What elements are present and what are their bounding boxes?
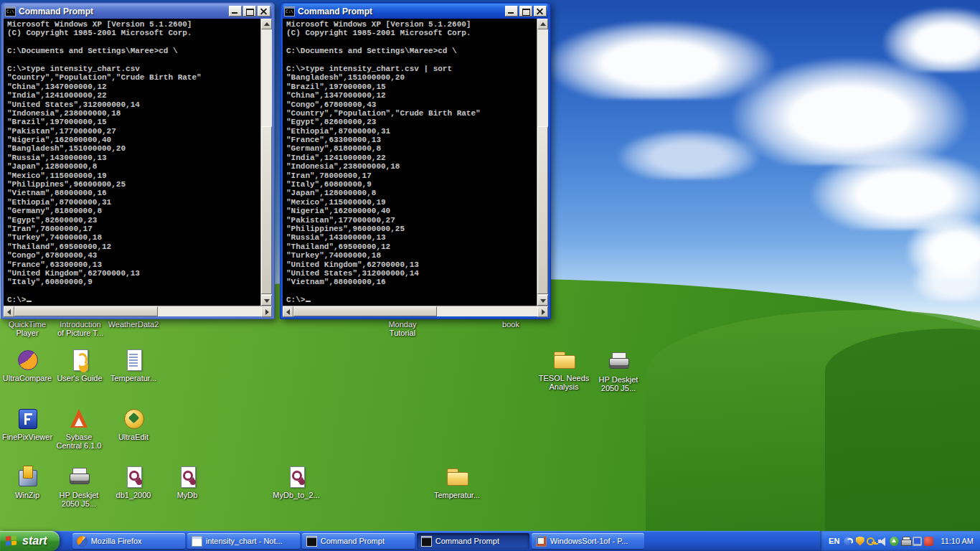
desktop-icon-image (121, 347, 146, 372)
console-line: "Brazil",197000000,15 (286, 83, 537, 91)
command-prompt-window-1[interactable]: C:\ Command Prompt Microsoft Windows XP … (1, 2, 275, 319)
desktop-icon-label: MyDb_to_2... (273, 491, 319, 499)
desktop-icon[interactable]: FinePixViewer (0, 406, 55, 441)
console-line: C:\>type intensity_chart.csv | sort (286, 65, 537, 73)
console-line: (C) Copyright 1985-2001 Microsoft Corp. (286, 29, 537, 37)
minimize-button[interactable] (505, 6, 518, 17)
taskbar-button-label: WindowsSort-1of - P... (550, 537, 628, 545)
vertical-scrollbar[interactable] (260, 19, 272, 306)
close-button[interactable] (258, 6, 270, 17)
console-line: "Bangladesh",151000000,20 (7, 144, 260, 153)
close-button[interactable] (534, 6, 547, 17)
console-line: "Pakistan",177000000,27 (286, 216, 537, 225)
desktop-icon[interactable]: Temperatur... (106, 347, 161, 382)
scroll-right-button[interactable] (537, 306, 548, 317)
desktop-icon[interactable]: HP Deskjet 2050 J5... (52, 464, 106, 508)
desktop-icon-label: Temperatur... (110, 374, 156, 382)
console-output[interactable]: Microsoft Windows XP [Version 5.1.2600](… (283, 19, 537, 306)
scroll-up-button[interactable] (537, 19, 548, 29)
desktop-icon[interactable]: HP Deskjet 2050 J5... (591, 349, 646, 392)
desktop-icon[interactable]: UltraEdit (106, 406, 161, 441)
console-line: C:\>type intensity_chart.csv (7, 65, 260, 73)
console-line (7, 287, 260, 296)
console-output[interactable]: Microsoft Windows XP [Version 5.1.2600](… (4, 19, 260, 306)
maximize-button[interactable] (243, 6, 256, 17)
tray-icon[interactable] (855, 537, 864, 546)
start-button[interactable]: start (0, 531, 60, 551)
window-title: Command Prompt (298, 6, 372, 17)
desktop-icon-label: HP Deskjet 2050 J5... (599, 375, 639, 392)
desktop-icon[interactable]: MyDb_to_2... (269, 464, 324, 499)
scroll-right-button[interactable] (261, 306, 272, 317)
taskbar-button[interactable]: WindowsSort-1of - P... (532, 533, 644, 549)
scrollbar-thumb[interactable] (537, 126, 548, 294)
desktop-icon-image (15, 464, 39, 489)
console-line: "Iran",78000000,17 (7, 225, 260, 233)
system-tray: EN 11:10 AM (820, 531, 980, 551)
console-line: "Congo",67800000,43 (7, 251, 260, 260)
desktop-icon-image (552, 347, 576, 372)
scroll-left-button[interactable] (283, 306, 293, 317)
console-line: "Italy",60800000,9 (7, 278, 260, 286)
console-line: "China",1347000000,12 (7, 83, 260, 91)
scroll-down-button[interactable] (537, 295, 548, 306)
scrollbar-thumb[interactable] (14, 306, 158, 316)
console-line: "Japan",128000000,8 (7, 162, 260, 171)
taskbar: start Mozilla Firefox intensity_chart - … (0, 531, 980, 551)
tray-icon[interactable] (901, 537, 910, 546)
title-bar[interactable]: C:\ Command Prompt (4, 4, 272, 19)
console-line: "Germany",81800000,8 (286, 144, 537, 153)
tray-icon[interactable] (878, 537, 887, 546)
tray-icon[interactable] (844, 537, 853, 546)
desktop-icon-image (121, 406, 146, 430)
console-line: "Country","Population","Crude Birth Rate… (286, 109, 537, 118)
console-line: "Nigeria",162000000,40 (286, 207, 537, 215)
console-line: "United Kingdom",62700000,13 (7, 269, 260, 278)
desktop-icon[interactable]: Sybase Central 6.1.0 (52, 406, 106, 450)
tray-icon[interactable] (867, 537, 876, 546)
taskbar-button[interactable]: Command Prompt (302, 533, 415, 549)
command-prompt-window-2[interactable]: C:\ Command Prompt Microsoft Windows XP … (280, 2, 551, 319)
taskbar-button[interactable]: Command Prompt (417, 533, 529, 549)
desktop-icon-label: UltraCompare (3, 374, 52, 382)
taskbar-button[interactable]: Mozilla Firefox (72, 533, 185, 549)
minimize-button[interactable] (229, 6, 242, 17)
scroll-up-button[interactable] (261, 19, 272, 29)
desktop-icon[interactable]: User's Guide (52, 347, 107, 382)
language-indicator[interactable]: EN (829, 537, 841, 545)
desktop-icon[interactable]: MyDb (160, 464, 215, 499)
maximize-button[interactable] (519, 6, 532, 17)
tray-icons (844, 537, 933, 546)
desktop-icon[interactable]: UltraCompare (0, 347, 55, 382)
scrollbar-thumb[interactable] (293, 306, 437, 316)
desktop-icon-image (67, 347, 92, 372)
console-line: "Nigeria",162000000,40 (7, 136, 260, 144)
console-line: "Country","Population","Crude Birth Rate… (7, 73, 260, 82)
desktop-icon[interactable]: TESOL Needs Analysis (537, 347, 591, 391)
scrollbar-thumb[interactable] (261, 126, 272, 294)
taskbar-button-label: intensity_chart - Not... (206, 537, 283, 545)
taskbar-button-label: Command Prompt (435, 537, 499, 545)
vertical-scrollbar[interactable] (537, 19, 548, 306)
console-line: "India",1241000000,22 (7, 91, 260, 100)
tray-icon[interactable] (890, 537, 899, 546)
desktop-icon-label: FinePixViewer (2, 433, 52, 441)
desktop-icon-image (606, 349, 631, 373)
horizontal-scrollbar[interactable] (283, 306, 548, 316)
tray-icon[interactable] (924, 537, 933, 546)
scroll-down-button[interactable] (261, 295, 272, 306)
horizontal-scrollbar[interactable] (4, 306, 272, 316)
tray-icon[interactable] (913, 537, 922, 546)
desktop-icon[interactable]: Temperatur... (430, 464, 484, 499)
taskbar-button-icon (306, 536, 317, 547)
console-line: "Italy",60800000,9 (286, 180, 537, 189)
taskbar-button[interactable]: intensity_chart - Not... (187, 533, 300, 549)
title-bar[interactable]: C:\ Command Prompt (283, 4, 548, 19)
console-line: "Philippines",96000000,25 (7, 180, 260, 189)
desktop-icon[interactable]: db1_2000 (106, 464, 161, 499)
console-line (7, 56, 260, 65)
console-line: Microsoft Windows XP [Version 5.1.2600] (286, 20, 537, 29)
scroll-left-button[interactable] (4, 306, 14, 317)
desktop-icon[interactable]: WinZip (0, 464, 55, 499)
desktop-icon-image (67, 464, 91, 489)
